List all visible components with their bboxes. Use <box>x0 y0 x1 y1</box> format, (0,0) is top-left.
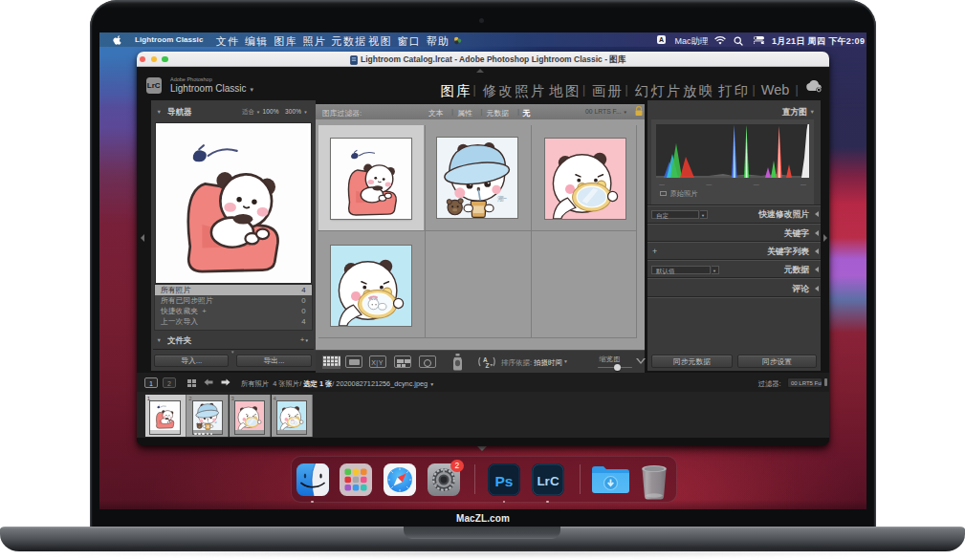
svg-text:Ps: Ps <box>494 472 513 488</box>
svg-text:Z: Z <box>486 362 490 369</box>
svg-text:LrC: LrC <box>537 474 559 488</box>
